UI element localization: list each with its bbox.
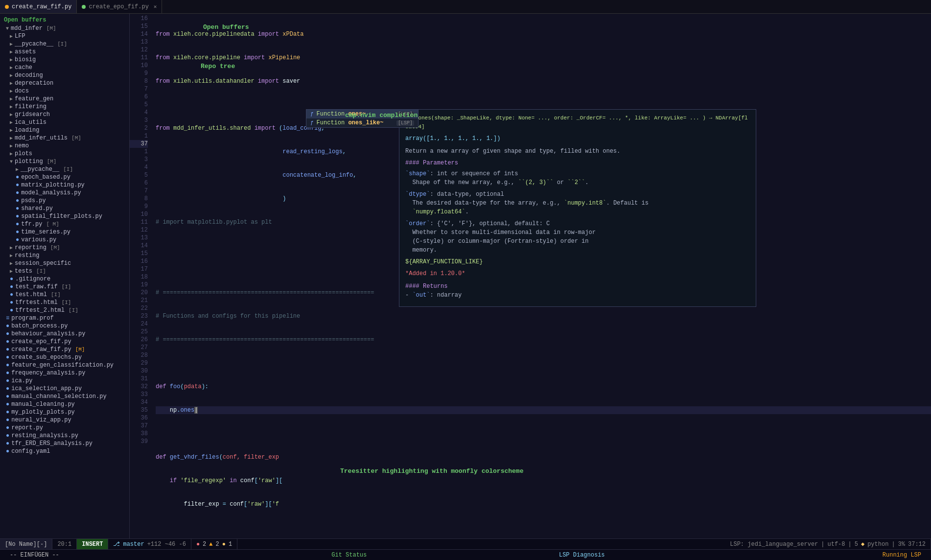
sidebar-item-plots[interactable]: ▶ plots xyxy=(0,150,129,158)
sidebar-item-cache[interactable]: ▶ cache xyxy=(0,64,129,71)
sidebar-item-test-raw-fif[interactable]: ● test_raw.fif [I] xyxy=(0,283,129,291)
editor-area: 16 15 14 13 12 11 10 9 8 7 6 5 4 3 2 1 3… xyxy=(130,14,931,538)
sidebar-item-label: various.py xyxy=(21,236,56,243)
sidebar-item-config-yaml[interactable]: ● config.yaml xyxy=(0,447,129,455)
sidebar-item-ica[interactable]: ● ica.py xyxy=(0,377,129,385)
sidebar-item-loading[interactable]: ▶ loading xyxy=(0,126,129,134)
tab-label-1: create_raw_fif.py xyxy=(12,3,71,10)
lsp-badge: [LSP] xyxy=(396,112,414,117)
status-filetype: python xyxy=(867,541,888,548)
sidebar-item-tests[interactable]: ▶ tests [I] xyxy=(0,267,129,275)
sidebar-item-label: cache xyxy=(15,64,32,71)
sidebar-item-tfrtest-html[interactable]: ● tfrtest.html [I] xyxy=(0,299,129,306)
doc-returns: - `out`: ndarray xyxy=(405,291,750,300)
sidebar-item-label: tfrtest_2.html xyxy=(15,307,65,314)
sidebar-item-create-sub-epochs[interactable]: ● create_sub_epochs.py xyxy=(0,353,129,361)
sidebar-item-label: __pycache__ xyxy=(15,41,53,47)
sidebar-item-mdd-infer-utils[interactable]: ▶ mdd_infer_utils [M] xyxy=(0,134,129,142)
sidebar-item-neural-viz[interactable]: ● neural_viz_app.py xyxy=(0,416,129,424)
line-numbers: 16 15 14 13 12 11 10 9 8 7 6 5 4 3 2 1 3… xyxy=(130,14,152,538)
sidebar-item-batch-process[interactable]: ● batch_process.py xyxy=(0,322,129,330)
sidebar-badge: [I] xyxy=(69,307,78,313)
sidebar-item-my-plotly[interactable]: ● my_plotly_plots.py xyxy=(0,408,129,416)
autocomplete-item-ones-like[interactable]: ƒ Function ones_like~ [LSP] xyxy=(306,118,418,127)
sidebar-item-label: time_series.py xyxy=(21,229,70,235)
sidebar-item-label: resting xyxy=(15,252,39,259)
sidebar-item-model-analysis[interactable]: ● model_analysis.py xyxy=(0,189,129,197)
sidebar-item-shared[interactable]: ● shared.py xyxy=(0,205,129,212)
sidebar-item-freq-analysis[interactable]: ● frequency_analysis.py xyxy=(0,369,129,377)
sidebar-item-nemo[interactable]: ▶ nemo xyxy=(0,142,129,150)
sidebar-badge: [I] xyxy=(36,268,46,274)
sidebar-item-create-raw-fif[interactable]: ● create_raw_fif.py [M] xyxy=(0,346,129,353)
sidebar-item-gridsearch[interactable]: ▶ gridsearch xyxy=(0,111,129,118)
sidebar-item-decoding[interactable]: ▶ decoding xyxy=(0,71,129,79)
sidebar-item-resting-analysis[interactable]: ● resting_analysis.py xyxy=(0,432,129,440)
doc-param-dtype: `dtype`: data-type, optional The desired… xyxy=(405,190,750,216)
sidebar-item-filtering[interactable]: ▶ filtering xyxy=(0,103,129,111)
sidebar-item-session-specific[interactable]: ▶ session_specific xyxy=(0,259,129,267)
sidebar-item-tfr[interactable]: ● tfr.py [ M] xyxy=(0,220,129,228)
sidebar-item-time-series[interactable]: ● time_series.py xyxy=(0,228,129,236)
sidebar-item-pycache2[interactable]: ▶ __pycache__ [I] xyxy=(0,165,129,173)
sidebar-item-matrix-plotting[interactable]: ● matrix_plotting.py xyxy=(0,181,129,189)
sidebar-item-resting[interactable]: ▶ resting xyxy=(0,252,129,259)
sidebar-item-epoch-based[interactable]: ● epoch_based.py xyxy=(0,173,129,181)
status-position: 20:1 xyxy=(52,539,77,549)
sidebar-item-reporting[interactable]: ▶ reporting [M] xyxy=(0,244,129,252)
sidebar-item-label: mdd_infer xyxy=(11,25,43,32)
sidebar-item-pycache1[interactable]: ▶ __pycache__ [I] xyxy=(0,40,129,48)
doc-params-title: #### Parameters xyxy=(405,159,750,167)
sidebar-item-assets[interactable]: ▶ assets xyxy=(0,48,129,56)
sidebar-item-ica-selection-app[interactable]: ● ica_selection_app.py xyxy=(0,385,129,393)
sidebar-item-gitignore[interactable]: ● .gitignore xyxy=(0,275,129,283)
doc-popup: def ones(shape: _ShapeLike, dtype: None=… xyxy=(399,109,756,307)
status-no-name: [No Name][-] xyxy=(0,539,52,549)
autocomplete-popup[interactable]: ƒ Function ones~ [LSP] ƒ Function ones_l… xyxy=(306,109,419,128)
tab-create-raw[interactable]: create_raw_fif.py xyxy=(0,0,77,13)
sidebar-item-deprecation[interactable]: ▶ deprecation xyxy=(0,79,129,87)
sidebar-item-test-html[interactable]: ● test.html [I] xyxy=(0,291,129,299)
sidebar-badge: [ M] xyxy=(46,221,59,227)
status-branch: master xyxy=(123,541,144,548)
bottom-git-status: Git Status xyxy=(233,550,466,560)
git-branch-icon: ⎇ xyxy=(113,540,120,548)
sidebar-item-biosig[interactable]: ▶ biosig xyxy=(0,56,129,64)
sidebar-badge: [M] xyxy=(75,347,85,352)
sidebar-item-report[interactable]: ● report.py xyxy=(0,424,129,432)
sidebar-item-label: model_analysis.py xyxy=(21,189,81,196)
sidebar-item-feature-gen-class[interactable]: ● feature_gen_classification.py xyxy=(0,361,129,369)
sidebar-item-label: assets xyxy=(15,48,36,55)
status-lsp-diag: ● 2 ▲ 2 ● 1 xyxy=(191,539,237,549)
sidebar-item-lfp[interactable]: ▶ LFP xyxy=(0,32,129,40)
sidebar-item-feature-gen[interactable]: ▶ feature_gen xyxy=(0,95,129,103)
status-insert-mode: INSERT xyxy=(77,539,108,549)
status-percent: 3% xyxy=(898,541,905,548)
sidebar-item-mdd-infer[interactable]: ▼ mdd_infer [M] xyxy=(0,24,129,32)
sidebar-item-psds[interactable]: ● psds.py xyxy=(0,197,129,205)
sidebar-item-behaviour-analysis[interactable]: ● behaviour_analysis.py xyxy=(0,330,129,338)
sidebar-item-label: tfr.py xyxy=(21,221,42,228)
sidebar-item-spatial-filter[interactable]: ● spatial_filter_plots.py xyxy=(0,212,129,220)
autocomplete-item-ones[interactable]: ƒ Function ones~ [LSP] xyxy=(306,110,418,118)
sidebar: Open buffers ▼ mdd_infer [M] ▶ LFP ▶ __p… xyxy=(0,14,130,538)
sidebar-item-label: nemo xyxy=(15,142,29,149)
sidebar-badge: [M] xyxy=(47,25,56,31)
sidebar-item-manual-channel[interactable]: ● manual_channel_selection.py xyxy=(0,393,129,400)
sidebar-item-manual-cleaning[interactable]: ● manual_cleaning.py xyxy=(0,400,129,408)
sidebar-item-various[interactable]: ● various.py xyxy=(0,236,129,244)
sidebar-item-create-epo-fif[interactable]: ● create_epo_fif.py xyxy=(0,338,129,346)
sidebar-item-tfrtest2-html[interactable]: ● tfrtest_2.html [I] xyxy=(0,306,129,314)
doc-param-shape: `shape`: int or sequence of ints Shape o… xyxy=(405,169,750,187)
sidebar-item-docs[interactable]: ▶ docs xyxy=(0,87,129,95)
sidebar-item-ica-utils[interactable]: ▶ ica_utils xyxy=(0,118,129,126)
tab-create-epo[interactable]: create_epo_fif.py ✕ xyxy=(77,0,162,13)
status-file-info: LSP: jedi_language_server | utf-8 | 5 ◆ … xyxy=(725,539,931,549)
sidebar-item-plotting[interactable]: ▼ plotting [M] xyxy=(0,158,129,165)
lsp-diag-label: LSP Diagnosis xyxy=(559,552,605,559)
sidebar-item-tfr-erd[interactable]: ● tfr_ERD_ERS_analysis.py xyxy=(0,440,129,447)
sidebar-item-program-prof[interactable]: ≡ program.prof xyxy=(0,314,129,322)
sidebar-item-label: create_raw_fif.py xyxy=(11,346,71,353)
close-icon[interactable]: ✕ xyxy=(154,3,157,10)
status-sep2: | xyxy=(848,541,852,548)
